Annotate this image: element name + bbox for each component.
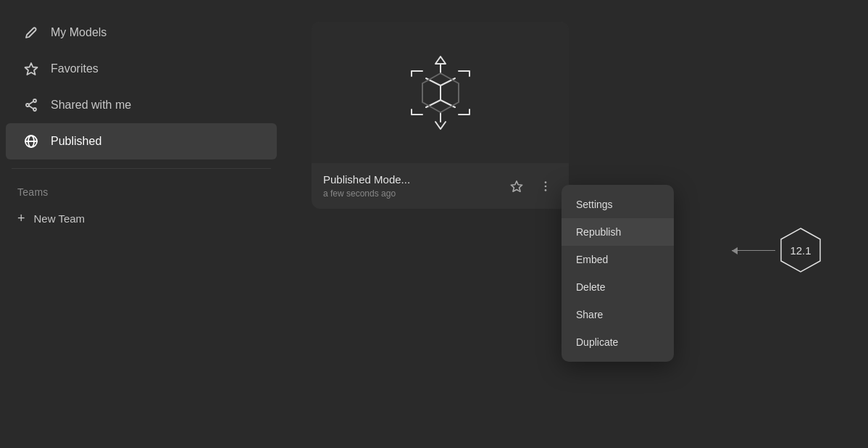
sidebar-item-favorites-label: Favorites xyxy=(51,62,99,75)
context-menu-duplicate[interactable]: Duplicate xyxy=(562,328,674,356)
model-card-timestamp: a few seconds ago xyxy=(323,188,505,199)
sidebar-item-my-models[interactable]: My Models xyxy=(6,14,277,51)
model-card-info: Published Mode... a few seconds ago xyxy=(323,173,505,199)
svg-line-5 xyxy=(29,101,33,104)
favorite-button[interactable] xyxy=(505,175,528,198)
model-card-footer: Published Mode... a few seconds ago xyxy=(312,163,569,209)
ellipsis-icon xyxy=(539,180,552,193)
new-team-button[interactable]: + New Team xyxy=(0,204,283,233)
more-options-button[interactable] xyxy=(534,175,557,198)
hexagon-badge-container: 12.1 xyxy=(732,225,826,275)
sidebar-item-shared-with-me[interactable]: Shared with me xyxy=(6,87,277,123)
svg-point-19 xyxy=(545,185,547,187)
edit-icon xyxy=(23,25,39,41)
teams-label: Teams xyxy=(0,178,283,204)
model-card-name: Published Mode... xyxy=(323,173,505,186)
globe-icon xyxy=(23,133,39,149)
star-icon xyxy=(23,61,39,77)
model-card-actions xyxy=(505,175,557,198)
model-card[interactable]: Published Mode... a few seconds ago xyxy=(312,22,569,209)
sidebar-item-published[interactable]: Published xyxy=(6,123,277,159)
sidebar-item-favorites[interactable]: Favorites xyxy=(6,51,277,87)
hexagon-label: 12.1 xyxy=(790,244,811,257)
context-menu-settings[interactable]: Settings xyxy=(562,191,674,218)
svg-marker-17 xyxy=(511,181,522,191)
svg-point-20 xyxy=(545,189,547,191)
sidebar: My Models Favorites Shared with me xyxy=(0,0,283,448)
context-menu: Settings Republish Embed Delete Share Du… xyxy=(562,185,674,362)
sidebar-item-shared-with-me-label: Shared with me xyxy=(51,99,131,112)
context-menu-embed[interactable]: Embed xyxy=(562,246,674,273)
arrow-line xyxy=(732,250,775,251)
context-menu-share[interactable]: Share xyxy=(562,301,674,328)
star-outline-icon xyxy=(510,180,523,193)
sidebar-item-my-models-label: My Models xyxy=(51,26,107,39)
sidebar-item-published-label: Published xyxy=(51,135,101,148)
svg-point-18 xyxy=(545,181,547,183)
svg-marker-0 xyxy=(25,63,38,75)
share-icon xyxy=(23,97,39,113)
plus-icon: + xyxy=(17,211,25,226)
svg-line-4 xyxy=(29,106,33,109)
sidebar-divider xyxy=(12,168,271,169)
model-3d-icon xyxy=(393,46,488,140)
context-menu-republish[interactable]: Republish xyxy=(562,218,674,246)
context-menu-delete[interactable]: Delete xyxy=(562,273,674,301)
hexagon-badge: 12.1 xyxy=(775,225,826,275)
new-team-label: New Team xyxy=(34,212,85,225)
model-card-thumbnail xyxy=(312,22,569,163)
